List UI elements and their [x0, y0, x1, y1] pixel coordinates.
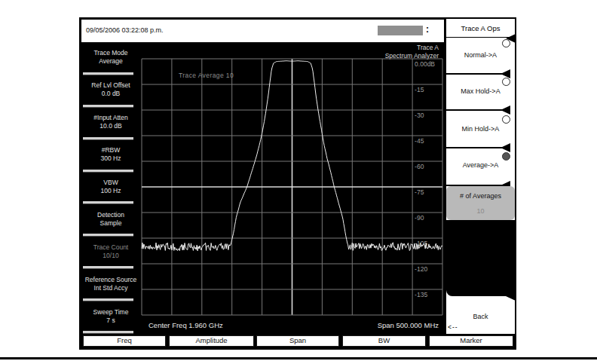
param-ref-lvl-offset: Ref Lvl Offset 0.0 dB — [81, 75, 141, 105]
analyzer-screen: 09/05/2006 03:22:08 p.m. : Trace Mode Av… — [81, 19, 515, 348]
parameter-sidebar: Trace Mode Average Ref Lvl Offset 0.0 dB… — [81, 43, 141, 334]
svg-text:-30: -30 — [415, 112, 424, 119]
battery-separator: : — [426, 24, 429, 35]
main-menu-bar: Freq Amplitude Span BW Marker — [81, 334, 515, 348]
param-input-atten: #Input Atten 10.0 dB — [81, 108, 141, 137]
param-trace-count: Trace Count 10/10 — [81, 237, 141, 266]
svg-text:-90: -90 — [415, 214, 424, 222]
trace-average-annotation: Trace Average 10 — [179, 72, 234, 79]
radio-icon — [502, 78, 510, 86]
radio-icon — [502, 39, 510, 47]
param-trace-mode: Trace Mode Average — [81, 43, 141, 72]
menu-freq-button[interactable]: Freq — [83, 335, 166, 347]
softkey-menu-title: Trace A Ops — [446, 19, 515, 38]
param-sweep-time: Sweep Time 7 s — [81, 301, 141, 331]
softkey-separator-notch-icon — [501, 143, 510, 152]
page: 09/05/2006 03:22:08 p.m. : Trace Mode Av… — [0, 0, 597, 364]
svg-text:0.00dB: 0.00dB — [415, 60, 435, 68]
svg-text:-75: -75 — [415, 188, 424, 196]
softkey-separator — [446, 73, 510, 75]
svg-text:-15: -15 — [415, 86, 424, 93]
svg-text:-135: -135 — [415, 291, 427, 298]
menu-amplitude-button[interactable]: Amplitude — [169, 335, 254, 347]
param-detection: Detection Sample — [81, 204, 141, 234]
softkey-separator-notch-icon — [501, 106, 510, 115]
graticule: 0.00dB-15-30-45-60-75-90-105-120-135 — [141, 43, 445, 335]
menu-marker-button[interactable]: Marker — [429, 335, 513, 347]
softkey-separator-notch-icon — [506, 292, 516, 301]
battery-indicator-icon — [378, 26, 423, 35]
softkey-separator — [446, 147, 510, 148]
radio-icon — [502, 152, 510, 161]
param-vbw: VBW 100 Hz — [81, 173, 141, 202]
param-rbw: #RBW 300 Hz — [81, 140, 141, 170]
num-averages-value: 10 — [446, 207, 515, 215]
softkey-blank-area — [446, 220, 515, 296]
softkey-panel: Trace A Ops Normal->A Max Hold->A Min Ho… — [445, 19, 515, 335]
status-bar: 09/05/2006 03:22:08 p.m. : — [81, 19, 445, 43]
softkey-separator — [446, 109, 510, 111]
sweep-direction-arrow: <-- — [448, 323, 458, 331]
span-label: Span 500.000 MHz — [378, 321, 439, 329]
svg-text:-120: -120 — [415, 265, 427, 273]
softkey-num-averages[interactable]: # of Averages 10 — [446, 186, 515, 220]
radio-icon — [502, 115, 510, 124]
figure-border-rule — [0, 357, 597, 359]
svg-text:-60: -60 — [415, 163, 424, 170]
center-freq-label: Center Freq 1.960 GHz — [148, 321, 223, 329]
svg-text:-45: -45 — [415, 137, 424, 145]
param-reference-source: Reference Source Int Std Accy — [81, 269, 141, 298]
spectrum-plot: Trace A Spectrum Analyzer 0.00dB-15-30-4… — [141, 43, 445, 335]
menu-span-button[interactable]: Span — [256, 335, 339, 347]
datetime-text: 09/05/2006 03:22:08 p.m. — [86, 26, 164, 34]
menu-bw-button[interactable]: BW — [342, 335, 426, 347]
